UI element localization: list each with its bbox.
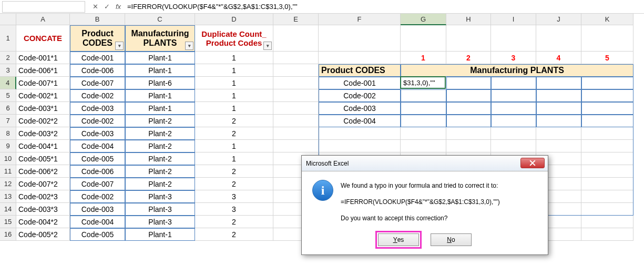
cell-C14[interactable]: Plant-3 xyxy=(125,203,195,216)
cell[interactable] xyxy=(446,140,491,152)
cell[interactable] xyxy=(273,127,319,140)
cell-A4[interactable]: Code-007*1 xyxy=(16,77,70,89)
row-header-13[interactable]: 13 xyxy=(0,190,16,203)
cell-B7[interactable]: Code-002 xyxy=(70,115,125,127)
cell-B16[interactable]: Code-005 xyxy=(70,228,125,241)
cell-num2[interactable]: 2 xyxy=(446,52,491,64)
cell[interactable] xyxy=(273,115,319,127)
cell[interactable] xyxy=(446,115,491,127)
cell-D9[interactable]: 1 xyxy=(195,140,273,152)
cell[interactable] xyxy=(581,25,633,52)
col-header-K[interactable]: K xyxy=(581,14,633,25)
cell[interactable] xyxy=(536,115,581,127)
cell-C9[interactable]: Plant-2 xyxy=(125,140,195,152)
cell[interactable] xyxy=(401,25,446,52)
col-header-I[interactable]: I xyxy=(491,14,536,25)
filter-icon[interactable]: ▾ xyxy=(263,42,272,50)
cell-A15[interactable]: Code-004*2 xyxy=(16,216,70,228)
cell[interactable] xyxy=(491,115,536,127)
cell[interactable] xyxy=(581,152,633,165)
cell[interactable] xyxy=(491,77,536,89)
cell-D16[interactable]: 2 xyxy=(195,228,273,241)
cell[interactable] xyxy=(581,203,633,216)
cell-A12[interactable]: Code-007*2 xyxy=(16,178,70,190)
cell-D11[interactable]: 2 xyxy=(195,165,273,178)
name-box[interactable] xyxy=(2,1,85,13)
cell-B15[interactable]: Code-004 xyxy=(70,216,125,228)
cell-C8[interactable]: Plant-2 xyxy=(125,127,195,140)
dialog-titlebar[interactable]: Microsoft Excel xyxy=(302,156,548,171)
yes-button[interactable]: Yes xyxy=(378,233,419,246)
cell[interactable] xyxy=(581,115,633,127)
cell[interactable] xyxy=(273,52,319,64)
cell[interactable] xyxy=(446,89,491,102)
row-header-2[interactable]: 2 xyxy=(0,52,16,64)
cell-B6[interactable]: Code-003 xyxy=(70,102,125,115)
cell-D8[interactable]: 2 xyxy=(195,127,273,140)
cell-B4[interactable]: Code-007 xyxy=(70,77,125,89)
cell-C2[interactable]: Plant-1 xyxy=(125,52,195,64)
cell[interactable] xyxy=(273,140,319,152)
cell[interactable] xyxy=(581,216,633,228)
row-header-9[interactable]: 9 xyxy=(0,140,16,152)
cell-num3[interactable]: 3 xyxy=(491,52,536,64)
cell-B2[interactable]: Code-001 xyxy=(70,52,125,64)
row-header-5[interactable]: 5 xyxy=(0,89,16,102)
filter-icon[interactable]: ▾ xyxy=(115,42,124,50)
cell-B13[interactable]: Code-002 xyxy=(70,190,125,203)
cell-C7[interactable]: Plant-2 xyxy=(125,115,195,127)
cell-A6[interactable]: Code-003*1 xyxy=(16,102,70,115)
row-header-10[interactable]: 10 xyxy=(0,152,16,165)
cell[interactable] xyxy=(491,25,536,52)
cell[interactable] xyxy=(536,102,581,115)
cell-C6[interactable]: Plant-1 xyxy=(125,102,195,115)
cell-F7[interactable]: Code-004 xyxy=(319,115,401,127)
confirm-formula-icon[interactable]: ✓ xyxy=(101,1,113,13)
cell-F4[interactable]: Code-001 xyxy=(319,77,401,89)
cell[interactable] xyxy=(446,102,491,115)
cell-C13[interactable]: Plant-3 xyxy=(125,190,195,203)
cell-A7[interactable]: Code-002*2 xyxy=(16,115,70,127)
cell[interactable] xyxy=(446,127,491,140)
cell-D5[interactable]: 1 xyxy=(195,89,273,102)
cell-D4[interactable]: 1 xyxy=(195,77,273,89)
cell-B12[interactable]: Code-007 xyxy=(70,178,125,190)
cell-A16[interactable]: Code-005*2 xyxy=(16,228,70,241)
cell[interactable] xyxy=(273,77,319,89)
cell-A8[interactable]: Code-003*2 xyxy=(16,127,70,140)
cell-C10[interactable]: Plant-2 xyxy=(125,152,195,165)
col-header-J[interactable]: J xyxy=(536,14,581,25)
cell[interactable] xyxy=(446,25,491,52)
cell-F5[interactable]: Code-002 xyxy=(319,89,401,102)
cancel-formula-icon[interactable]: ✕ xyxy=(89,1,101,13)
col-header-E[interactable]: E xyxy=(273,14,319,25)
cell-C15[interactable]: Plant-3 xyxy=(125,216,195,228)
col-header-A[interactable]: A xyxy=(16,14,70,25)
cell-A11[interactable]: Code-006*2 xyxy=(16,165,70,178)
cell-A5[interactable]: Code-002*1 xyxy=(16,89,70,102)
cell[interactable] xyxy=(581,190,633,203)
cell-num5[interactable]: 5 xyxy=(581,52,633,64)
cell-B10[interactable]: Code-005 xyxy=(70,152,125,165)
cell[interactable] xyxy=(319,52,401,64)
filter-icon[interactable]: ▾ xyxy=(185,42,193,50)
col-header-G[interactable]: G xyxy=(401,14,446,25)
cell[interactable] xyxy=(491,102,536,115)
row-header-3[interactable]: 3 xyxy=(0,64,16,77)
cell[interactable] xyxy=(446,77,491,89)
cell-F6[interactable]: Code-003 xyxy=(319,102,401,115)
col-header-F[interactable]: F xyxy=(319,14,401,25)
row-header-7[interactable]: 7 xyxy=(0,115,16,127)
row-header-11[interactable]: 11 xyxy=(0,165,16,178)
row-header-6[interactable]: 6 xyxy=(0,102,16,115)
cell-B1[interactable]: ProductCODES▾ xyxy=(70,25,125,52)
row-header-14[interactable]: 14 xyxy=(0,203,16,216)
col-header-D[interactable]: D xyxy=(195,14,273,25)
cell[interactable] xyxy=(319,25,401,52)
col-header-B[interactable]: B xyxy=(70,14,125,25)
row-header-12[interactable]: 12 xyxy=(0,178,16,190)
cell-D10[interactable]: 1 xyxy=(195,152,273,165)
cell[interactable] xyxy=(536,89,581,102)
cell-num4[interactable]: 4 xyxy=(536,52,581,64)
row-header-4[interactable]: 4 xyxy=(0,77,16,89)
